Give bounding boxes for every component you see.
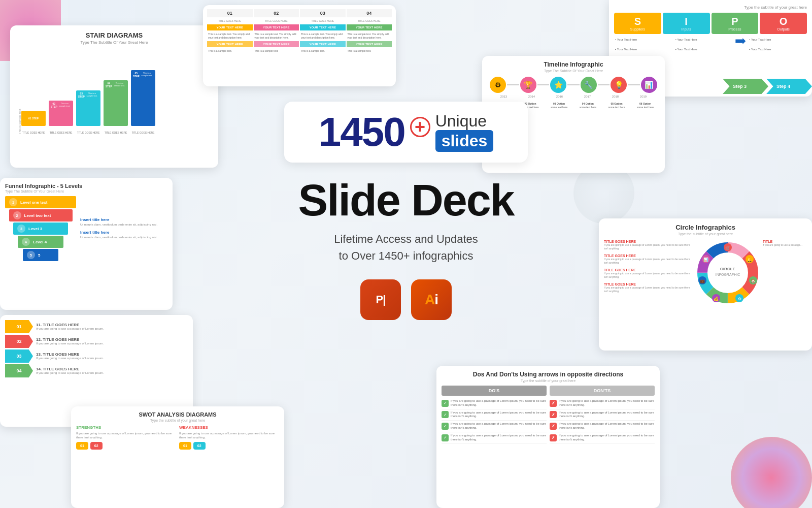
donts-row-3: ✗ If you are going to use a passage of L… <box>550 421 655 432</box>
ai-letter-a: A <box>425 292 434 307</box>
circle-item-3: TITLE GOES HERE If you are going to use … <box>604 268 693 278</box>
donts-text-3: If you are going to use a passage of Lor… <box>559 422 655 430</box>
funnel-item-2-title: Insert title here <box>80 230 167 235</box>
arrow-title-3: 13. TITLE GOES HERE <box>36 352 104 357</box>
ppt-inner: P| <box>376 293 386 306</box>
sipo-s-letter: S <box>617 16 658 27</box>
timeline-title: Timeline Infographic <box>487 61 660 68</box>
swot-weaknesses-desc: If you are going to use a passage of Lor… <box>179 432 279 440</box>
sipo-o-letter: O <box>763 16 804 27</box>
arrow-body-4: If you are going to use a passage of Lor… <box>36 371 104 375</box>
table-num-3: 03 <box>300 9 346 17</box>
app-icons: P| Ai <box>284 279 528 320</box>
stair-col-label-5: TITLE GOES HERE <box>131 131 155 134</box>
funnel-item-2-body: Ut mauris diam, vestibulum pede enim sit… <box>80 236 167 240</box>
illustrator-icon[interactable]: Ai <box>411 279 452 320</box>
arrow-text-2: 12. TITLE GOES HERE If you are going to … <box>36 337 104 345</box>
stair-col-label-2: TITLE GOES HERE <box>49 131 73 134</box>
year-2014: 2014 <box>524 95 540 98</box>
donts-check-3: ✗ <box>550 423 557 430</box>
sipo-o: O Outputs <box>760 13 807 34</box>
sipo-p-label: Process <box>715 27 756 31</box>
slides-number: 1450 <box>319 112 405 152</box>
swot-preview: SWOT ANALYSIS DIAGRAMS Type the subtitle… <box>71 406 284 508</box>
circle-left-text: TITLE GOES HERE If you are going to use … <box>604 240 693 306</box>
sipo-rows: • Your Text Here • Your Text Here • Your… <box>614 37 807 52</box>
arrow-body-2: If you are going to use a passage of Lor… <box>36 342 104 345</box>
sipo-p: P Process <box>712 13 759 34</box>
funnel-preview: Funnel Infographic - 5 Levels Type The S… <box>0 178 173 310</box>
sipo-i-label: Inputs <box>666 27 707 31</box>
arrows-list: 01 11. TITLE GOES HERE If you are going … <box>5 320 188 377</box>
arrow-row-3: 03 13. TITLE GOES HERE If you are going … <box>5 350 188 363</box>
funnel-item-1: Insert title here Ut mauris diam, vestib… <box>80 217 167 227</box>
stair-step-4: 04 STEPThis is a sample text. <box>104 80 128 126</box>
circle-right-title-1: TITLE <box>763 240 807 243</box>
arrow-body-1: If you are going to use a passage of Lor… <box>36 327 104 331</box>
timeline-icon-2: 🏆 <box>520 77 536 93</box>
funnel-item-2: Insert title here Ut mauris diam, vestib… <box>80 230 167 240</box>
table-title-4: TITLE GOES HERE <box>347 18 392 23</box>
subtitle-line2: to Over 1450+ infographics <box>339 249 473 262</box>
stair-bars: 01 STEP 02 STEPThis is a sample text. 03… <box>21 60 212 131</box>
circle-right-body-1: If you are going to use a passage... <box>763 243 807 247</box>
arrow-3: 03 <box>5 350 33 363</box>
circle-right-text: TITLE If you are going to use a passage.… <box>763 240 807 306</box>
table-text-4b: This is a sample text. <box>347 48 392 54</box>
dos-check-2: ✓ <box>442 411 449 418</box>
slides-label: slides <box>435 130 494 151</box>
timeline-subtitle: Type The Subtitle Of Your Great Here <box>487 69 660 73</box>
table-text-1b: This is a sample text. <box>207 48 253 54</box>
decorative-blob-br <box>731 437 812 508</box>
circle-item-1-title: TITLE GOES HERE <box>604 240 693 243</box>
subtitle: Lifetime Access and Updates to Over 1450… <box>284 231 528 264</box>
circle-item-3-title: TITLE GOES HERE <box>604 268 693 272</box>
svg-text:🛒: 🛒 <box>725 245 730 250</box>
dos-row-2: ✓ If you are going to use a passage of L… <box>442 409 547 421</box>
circle-item-4-title: TITLE GOES HERE <box>604 282 693 286</box>
year-2018: 2018 <box>607 95 624 98</box>
timeline-line-2 <box>537 84 550 85</box>
dos-row-1: ✓ If you are going to use a passage of L… <box>442 398 547 409</box>
stair-box-1: 01 STEP <box>21 111 46 126</box>
svg-text:INFOGRAPHIC: INFOGRAPHIC <box>715 273 740 276</box>
stair-box-4: 04 STEPThis is a sample text. <box>104 80 128 126</box>
funnel-item-1-title: Insert title here <box>80 217 167 222</box>
dos-column: DO'S ✓ If you are going to use a passage… <box>442 386 547 443</box>
arrow-text-3: 13. TITLE GOES HERE If you are going to … <box>36 352 104 360</box>
circle-body: TITLE GOES HERE If you are going to use … <box>604 240 807 306</box>
ai-text: Ai <box>425 292 438 308</box>
powerpoint-icon[interactable]: P| <box>360 279 401 320</box>
donts-row-1: ✗ If you are going to use a passage of L… <box>550 398 655 409</box>
donts-row-4: ✗ If you are going to use a passage of L… <box>550 432 655 444</box>
funnel-level-4: 4Level 4 <box>18 236 63 248</box>
circle-preview: Circle Infographics Type the subtitle of… <box>599 218 812 351</box>
arrow-body-3: If you are going to use a passage of Lor… <box>36 357 104 360</box>
sipo-row1-c2: • Your Text Here <box>674 37 733 45</box>
step-4: Step 4 <box>766 79 812 94</box>
arrow-4: 04 <box>5 364 33 377</box>
sipo-i: I Inputs <box>663 13 710 34</box>
donts-row-2: ✗ If you are going to use a passage of L… <box>550 409 655 421</box>
table-cell-3: YOUR TEXT HERE <box>300 24 346 30</box>
table-grid: 01 02 03 04 TITLE GOES HERE TITLE GOES H… <box>207 9 392 54</box>
svg-text:💰: 💰 <box>714 296 719 301</box>
circle-item-2-title: TITLE GOES HERE <box>604 254 693 258</box>
arrow-row-2: 02 12. TITLE GOES HERE If you are going … <box>5 335 188 348</box>
arrow-1: 01 <box>5 320 33 333</box>
svg-text:🔔: 🔔 <box>747 257 752 262</box>
stair-box-2: 02 STEPThis is a sample text. <box>49 101 73 126</box>
donts-text-4: If you are going to use a passage of Lor… <box>559 434 655 442</box>
table-text-2: This is a sample text. You simply add yo… <box>254 31 299 40</box>
timeline-line-5 <box>628 84 640 85</box>
stair-preview: STAIR DIAGRAMS Type The Subtitle Of Your… <box>10 25 218 168</box>
funnel-level-2: 2Level two text <box>9 209 73 221</box>
swot-w-num-2: 02 <box>193 442 206 450</box>
funnel-item-1-body: Ut mauris diam, vestibulum pede enim sit… <box>80 223 167 227</box>
donts-check-4: ✗ <box>550 434 557 441</box>
dos-header: DO'S <box>442 386 547 396</box>
table-title-1: TITLE GOES HERE <box>207 18 253 23</box>
funnel-level-3: 3Level 3 <box>13 223 68 235</box>
table-text-4: This is a sample text. You simply add yo… <box>347 31 392 40</box>
donts-check-2: ✗ <box>550 411 557 418</box>
